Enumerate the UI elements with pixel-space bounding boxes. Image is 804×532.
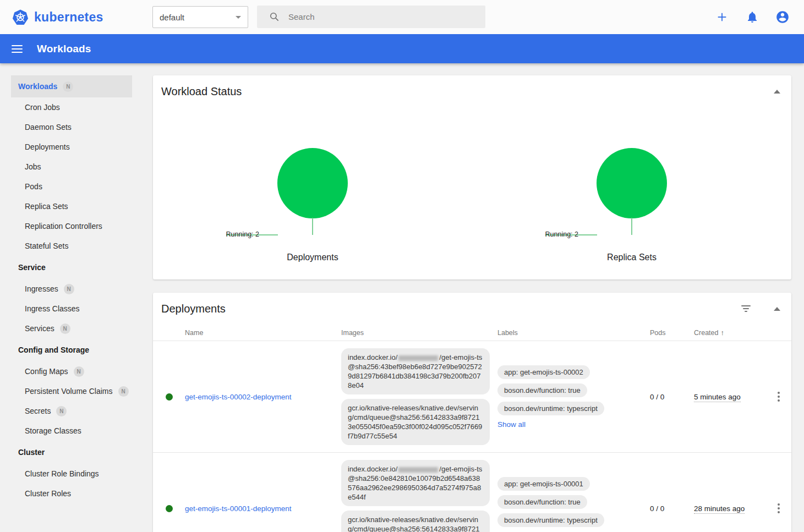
search-bar xyxy=(257,6,485,28)
deployments-card: Deployments Name Images Labels Pods Crea… xyxy=(153,293,791,532)
pods-cell: 0 / 0 xyxy=(650,393,694,401)
chart-title: Deployments xyxy=(287,253,338,262)
sidebar-item-deployments[interactable]: Deployments xyxy=(11,137,132,157)
sidebar-label: Ingress Classes xyxy=(25,304,80,313)
row-actions-menu-button[interactable] xyxy=(766,390,791,404)
sidebar-label: Config Maps xyxy=(25,367,68,376)
sidebar-label: Pods xyxy=(25,182,42,191)
deployment-name-link[interactable]: get-emojis-ts-00001-deployment xyxy=(185,504,292,513)
kubernetes-logo-link[interactable]: kubernetes xyxy=(12,9,103,25)
show-all-link[interactable]: Show all xyxy=(497,420,526,429)
deployments-table-body: get-emojis-ts-00002-deploymentindex.dock… xyxy=(153,341,791,532)
sidebar-label: Deployments xyxy=(25,142,70,151)
sidebar-section-cluster: Cluster xyxy=(11,441,132,464)
sidebar-item-replication-controllers[interactable]: Replication Controllers xyxy=(11,216,132,236)
redacted-text xyxy=(398,467,438,473)
image-chip: index.docker.io//get-emojis-ts@sha256:0e… xyxy=(341,460,490,506)
namespaced-badge: N xyxy=(74,366,84,377)
sidebar-label: Stateful Sets xyxy=(25,242,68,250)
search-input[interactable] xyxy=(288,12,485,21)
sidebar-item-replica-sets[interactable]: Replica Sets xyxy=(11,196,132,216)
status-cell xyxy=(153,505,185,512)
sidebar-item-pods[interactable]: Pods xyxy=(11,177,132,196)
sidebar-item-stateful-sets[interactable]: Stateful Sets xyxy=(11,236,132,256)
deployments-title: Deployments xyxy=(161,303,226,315)
sidebar-label: Storage Classes xyxy=(25,426,81,435)
redacted-text xyxy=(398,355,438,361)
sidebar-label: Ingresses xyxy=(25,284,58,293)
namespaced-badge: N xyxy=(118,386,129,397)
namespace-selector[interactable]: default xyxy=(152,6,248,28)
sidebar-item-cron-jobs[interactable]: Cron Jobs xyxy=(11,97,132,117)
collapse-card-button[interactable] xyxy=(774,307,780,311)
sidebar-item-jobs[interactable]: Jobs xyxy=(11,157,132,177)
name-cell: get-emojis-ts-00002-deployment xyxy=(185,392,341,402)
label-chip: app: get-emojis-ts-00002 xyxy=(497,365,590,379)
sidebar-label: Services xyxy=(25,324,54,333)
created-cell: 28 minutes ago xyxy=(694,503,763,513)
create-plus-button[interactable] xyxy=(715,10,729,24)
label-chip: boson.dev/runtime: typescript xyxy=(497,402,604,415)
account-button[interactable] xyxy=(775,10,790,24)
sidebar-item-ingresses[interactable]: IngressesN xyxy=(11,279,132,299)
sidebar-label: Secrets xyxy=(25,407,51,415)
sidebar-nav: WorkloadsNCron JobsDaemon SetsDeployment… xyxy=(0,63,143,532)
filter-icon[interactable] xyxy=(739,303,753,314)
sidebar-item-cluster-roles[interactable]: Cluster Roles xyxy=(11,484,132,503)
main-content: Workload Status Running: 2DeploymentsRun… xyxy=(153,63,791,532)
sidebar-label: Replication Controllers xyxy=(25,222,102,231)
top-header: kubernetes default xyxy=(0,0,804,34)
table-row: get-emojis-ts-00001-deploymentindex.dock… xyxy=(153,453,791,532)
sidebar-label: Daemon Sets xyxy=(25,123,72,131)
page-title: Workloads xyxy=(37,43,91,55)
column-header-labels[interactable]: Labels xyxy=(497,329,650,337)
namespace-value: default xyxy=(160,13,184,22)
sidebar-label: Cluster Role Bindings xyxy=(25,469,99,478)
labels-cell: app: get-emojis-ts-00002boson.dev/functi… xyxy=(497,365,650,429)
account-circle-icon xyxy=(775,10,790,24)
label-chip: boson.dev/function: true xyxy=(497,383,587,397)
chart-callout-label: Running: 2 xyxy=(226,231,259,238)
sidebar-item-persistent-volume-claims[interactable]: Persistent Volume ClaimsN xyxy=(11,381,132,401)
label-chip: boson.dev/function: true xyxy=(497,495,587,509)
sidebar-item-daemon-sets[interactable]: Daemon Sets xyxy=(11,117,132,137)
sidebar-item-secrets[interactable]: SecretsN xyxy=(11,401,132,421)
sidebar-label: Jobs xyxy=(25,162,41,171)
chart-title: Replica Sets xyxy=(607,253,657,262)
menu-hamburger-button[interactable] xyxy=(12,45,23,53)
created-cell: 5 minutes ago xyxy=(694,392,763,402)
column-header-created[interactable]: Created↑ xyxy=(694,328,763,337)
sidebar-section-service: Service xyxy=(11,256,132,279)
callout-line-vertical xyxy=(312,218,313,235)
column-header-images[interactable]: Images xyxy=(341,329,497,337)
sidebar-item-storage-classes[interactable]: Storage Classes xyxy=(11,421,132,441)
sidebar-section-config-and-storage: Config and Storage xyxy=(11,338,132,361)
kubernetes-logo-icon xyxy=(12,9,29,25)
notifications-button[interactable] xyxy=(745,10,759,24)
status-cell xyxy=(153,393,185,401)
column-header-pods[interactable]: Pods xyxy=(650,329,694,337)
sidebar-item-cluster-role-bindings[interactable]: Cluster Role Bindings xyxy=(11,464,132,484)
row-actions-menu-button[interactable] xyxy=(766,501,791,515)
sidebar-label: Cluster Roles xyxy=(25,489,71,498)
collapse-card-button[interactable] xyxy=(774,90,780,94)
image-chip: index.docker.io//get-emojis-ts@sha256:43… xyxy=(341,348,490,394)
notifications-bell-icon xyxy=(746,10,759,24)
sidebar-item-ingress-classes[interactable]: Ingress Classes xyxy=(11,299,132,319)
sidebar-item-services[interactable]: ServicesN xyxy=(11,319,132,338)
sidebar-label: Replica Sets xyxy=(25,202,68,211)
chevron-down-icon xyxy=(236,16,241,19)
sidebar-item-config-maps[interactable]: Config MapsN xyxy=(11,361,132,381)
namespaced-badge: N xyxy=(56,406,67,416)
plus-icon xyxy=(716,11,728,23)
namespaced-badge: N xyxy=(63,81,73,92)
workload-status-card: Workload Status Running: 2DeploymentsRun… xyxy=(153,75,791,279)
deployment-name-link[interactable]: get-emojis-ts-00002-deployment xyxy=(185,393,292,401)
sidebar-label: Persistent Volume Claims xyxy=(25,387,113,396)
column-header-name[interactable]: Name xyxy=(185,329,341,337)
workload-status-charts: Running: 2DeploymentsRunning: 2Replica S… xyxy=(153,107,791,262)
chart-callout-label: Running: 2 xyxy=(545,231,578,238)
sidebar-label: Workloads xyxy=(18,82,57,91)
label-chip: app: get-emojis-ts-00001 xyxy=(497,477,590,491)
sidebar-item-workloads[interactable]: WorkloadsN xyxy=(11,75,132,97)
